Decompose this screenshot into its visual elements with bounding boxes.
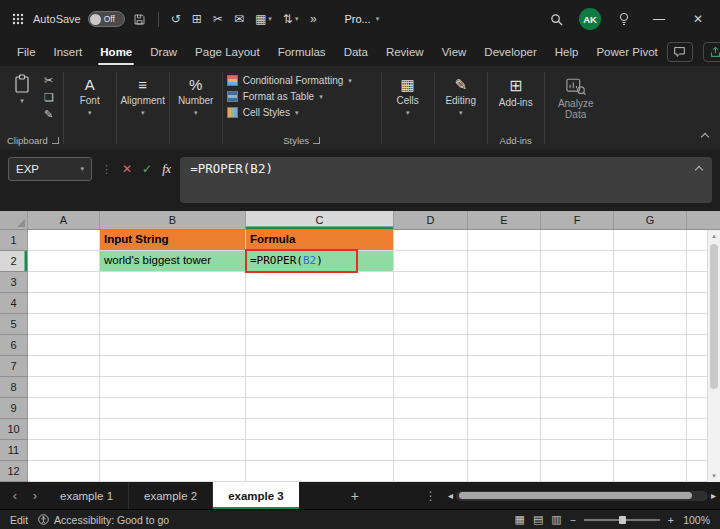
grid-cell-C11[interactable] xyxy=(246,440,394,461)
analyze-data-button[interactable]: Analyze Data xyxy=(549,71,603,120)
grid-cell-F8[interactable] xyxy=(541,377,614,398)
column-header-C[interactable]: C xyxy=(246,211,394,230)
minimize-button[interactable]: — xyxy=(647,12,671,26)
paste-button[interactable]: ▾ xyxy=(7,71,37,121)
grid-cell-G1[interactable] xyxy=(614,230,687,251)
new-sheet-button[interactable]: + xyxy=(345,482,365,509)
sheet-options-button[interactable]: ⋮ xyxy=(421,482,441,509)
grid-cell-D7[interactable] xyxy=(394,356,468,377)
borders-icon[interactable]: ▦▾ xyxy=(255,12,272,26)
row-header-5[interactable]: 5 xyxy=(0,314,28,335)
grid-cell-E9[interactable] xyxy=(468,398,541,419)
grid-cell-D9[interactable] xyxy=(394,398,468,419)
qat-overflow-button[interactable]: » xyxy=(305,8,321,30)
share-button[interactable] xyxy=(703,42,720,62)
grid-cell-G2[interactable] xyxy=(614,251,687,272)
column-header-F[interactable]: F xyxy=(541,211,614,230)
grid-cell-D10[interactable] xyxy=(394,419,468,440)
grid-cell-B1[interactable]: Input String xyxy=(100,230,246,251)
zoom-percentage[interactable]: 100% xyxy=(682,514,710,526)
grid-cell-B12[interactable] xyxy=(100,461,246,482)
row-header-6[interactable]: 6 xyxy=(0,335,28,356)
grid-cell-B11[interactable] xyxy=(100,440,246,461)
cut-button[interactable]: ✂ xyxy=(44,74,54,87)
conditional-formatting-button[interactable]: Conditional Formatting ▾ xyxy=(227,75,377,86)
grid-cell-F6[interactable] xyxy=(541,335,614,356)
grid-cell-G10[interactable] xyxy=(614,419,687,440)
zoom-slider-thumb[interactable] xyxy=(619,516,626,524)
page-layout-view-icon[interactable]: ▤ xyxy=(533,513,543,526)
grid-cell-C12[interactable] xyxy=(246,461,394,482)
sheet-next-button[interactable]: › xyxy=(25,482,45,509)
grid-cell-B6[interactable] xyxy=(100,335,246,356)
grid-cell-G9[interactable] xyxy=(614,398,687,419)
row-header-2[interactable]: 2 xyxy=(0,251,28,272)
grid-cell-F7[interactable] xyxy=(541,356,614,377)
grid-cell-D12[interactable] xyxy=(394,461,468,482)
grid-cell-F1[interactable] xyxy=(541,230,614,251)
grid-cell-A3[interactable] xyxy=(28,272,100,293)
grid-cell-E3[interactable] xyxy=(468,272,541,293)
grid-cell-B5[interactable] xyxy=(100,314,246,335)
cell-styles-button[interactable]: Cell Styles ▾ xyxy=(227,107,377,118)
grid-cell-E2[interactable] xyxy=(468,251,541,272)
grid-cell-B7[interactable] xyxy=(100,356,246,377)
grid-cell-G8[interactable] xyxy=(614,377,687,398)
grid-cell-E12[interactable] xyxy=(468,461,541,482)
dialog-launcher-icon[interactable] xyxy=(313,137,320,144)
grid-cell-A6[interactable] xyxy=(28,335,100,356)
alignment-group-button[interactable]: ≡ Alignment ▾ xyxy=(117,66,169,150)
copy-button[interactable]: ❏ xyxy=(44,91,54,104)
accessibility-checker[interactable]: Accessibility: Good to go xyxy=(38,514,169,526)
name-box[interactable]: EXP ▾ xyxy=(8,157,92,181)
editing-group-button[interactable]: ✎ Editing ▾ xyxy=(435,66,487,150)
sheet-tab-example-3[interactable]: example 3 xyxy=(213,482,299,509)
select-all-button[interactable] xyxy=(0,211,28,230)
grid-cell-A7[interactable] xyxy=(28,356,100,377)
grid-cell-D6[interactable] xyxy=(394,335,468,356)
grid-cell-B8[interactable] xyxy=(100,377,246,398)
grid-cell-B3[interactable] xyxy=(100,272,246,293)
dialog-launcher-icon[interactable] xyxy=(52,137,59,144)
vertical-scrollbar[interactable]: ▴ ▾ xyxy=(707,230,720,482)
format-painter-button[interactable]: ✎ xyxy=(44,108,54,121)
grid-cell-C5[interactable] xyxy=(246,314,394,335)
grid-cell-F4[interactable] xyxy=(541,293,614,314)
font-group-button[interactable]: A Font ▾ xyxy=(64,66,116,150)
grid-cell-F2[interactable] xyxy=(541,251,614,272)
zoom-out-button[interactable]: − xyxy=(570,514,576,526)
app-launcher-icon[interactable] xyxy=(10,8,26,30)
vertical-scroll-thumb[interactable] xyxy=(710,244,718,389)
grid-cell-D8[interactable] xyxy=(394,377,468,398)
grid-cell-A5[interactable] xyxy=(28,314,100,335)
grid-cell-C3[interactable] xyxy=(246,272,394,293)
workbook-title[interactable]: Pro...▾ xyxy=(344,13,379,25)
grid-cell-C1[interactable]: Formula xyxy=(246,230,394,251)
insert-table-icon[interactable]: ⊞ xyxy=(192,12,202,26)
cut-icon[interactable]: ✂ xyxy=(213,12,223,26)
row-header-10[interactable]: 10 xyxy=(0,419,28,440)
grid-cell-F10[interactable] xyxy=(541,419,614,440)
tab-formulas[interactable]: Formulas xyxy=(269,38,335,66)
grid-cell-D1[interactable] xyxy=(394,230,468,251)
grid-cell-C9[interactable] xyxy=(246,398,394,419)
formula-input[interactable]: =PROPER(B2) xyxy=(180,157,712,203)
insert-function-button[interactable]: fx xyxy=(162,162,171,177)
column-header-G[interactable]: G xyxy=(614,211,687,230)
undo-icon[interactable]: ↺ xyxy=(171,12,181,26)
column-header-B[interactable]: B xyxy=(100,211,246,230)
save-icon[interactable] xyxy=(132,8,148,30)
grid-cell-G7[interactable] xyxy=(614,356,687,377)
sheet-prev-button[interactable]: ‹ xyxy=(5,482,25,509)
grid-cell-D4[interactable] xyxy=(394,293,468,314)
row-header-11[interactable]: 11 xyxy=(0,440,28,461)
zoom-slider[interactable] xyxy=(584,519,660,521)
grid-cell-E6[interactable] xyxy=(468,335,541,356)
grid-cell-E5[interactable] xyxy=(468,314,541,335)
row-header-9[interactable]: 9 xyxy=(0,398,28,419)
grid-cell-D3[interactable] xyxy=(394,272,468,293)
row-header-1[interactable]: 1 xyxy=(0,230,28,251)
grid-cell-G5[interactable] xyxy=(614,314,687,335)
grid-cell-D5[interactable] xyxy=(394,314,468,335)
scroll-left-icon[interactable]: ◂ xyxy=(448,490,453,501)
